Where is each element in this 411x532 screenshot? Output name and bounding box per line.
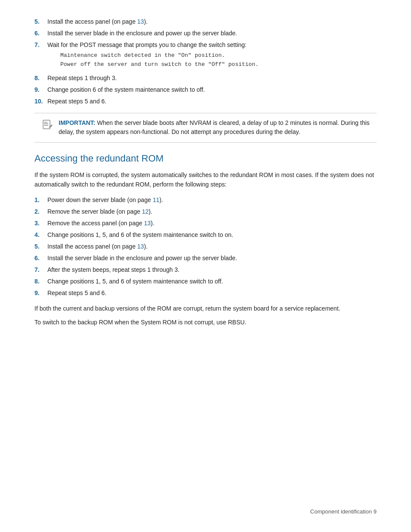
step-8: 8. Repeat steps 1 through 3.: [34, 74, 377, 83]
rom-step-9-number: 9.: [34, 289, 47, 298]
redundant-rom-intro: If the system ROM is corrupted, the syst…: [34, 170, 377, 190]
rom-step-5-link[interactable]: 13: [137, 243, 144, 250]
rom-step-4-number: 4.: [34, 230, 47, 240]
rom-step-3: 3. Remove the access panel (on page 13).: [34, 219, 377, 228]
svg-marker-4: [49, 124, 53, 128]
rom-step-5: 5. Install the access panel (on page 13)…: [34, 242, 377, 251]
rom-step-9: 9. Repeat steps 5 and 6.: [34, 289, 377, 298]
rom-step-5-content: Install the access panel (on page 13).: [47, 242, 377, 251]
rom-step-6-number: 6.: [34, 254, 47, 263]
rom-step-2-content: Remove the server blade (on page 12).: [47, 207, 377, 216]
step-5-link[interactable]: 13: [137, 18, 144, 25]
rom-step-8-number: 8.: [34, 277, 47, 286]
rom-step-1-link[interactable]: 11: [153, 196, 159, 203]
rom-step-1-number: 1.: [34, 196, 47, 205]
rom-step-2: 2. Remove the server blade (on page 12).: [34, 207, 377, 216]
redundant-rom-steps-list: 1. Power down the server blade (on page …: [34, 196, 377, 298]
rom-step-2-number: 2.: [34, 207, 47, 216]
code-block: Maintenance switch detected in the "On" …: [60, 51, 377, 69]
step-5-number: 5.: [34, 17, 47, 26]
step-10: 10. Repeat steps 5 and 6.: [34, 97, 377, 106]
step-8-number: 8.: [34, 74, 47, 83]
svg-rect-1: [44, 122, 47, 123]
step-9: 9. Change position 6 of the system maint…: [34, 85, 377, 94]
important-body: When the server blade boots after NVRAM …: [59, 119, 370, 136]
redundant-rom-heading: Accessing the redundant ROM: [34, 153, 377, 164]
rom-step-6-content: Install the server blade in the enclosur…: [47, 254, 377, 263]
rom-step-1: 1. Power down the server blade (on page …: [34, 196, 377, 205]
rom-step-4-content: Change positions 1, 5, and 6 of the syst…: [47, 230, 377, 240]
code-line-2: Power off the server and turn switch to …: [60, 61, 258, 68]
step-10-number: 10.: [34, 97, 47, 106]
rom-step-5-number: 5.: [34, 242, 47, 251]
rom-step-8: 8. Change positions 1, 5, and 6 of syste…: [34, 277, 377, 286]
step-7-text: Wait for the POST message that prompts y…: [47, 41, 246, 48]
rom-step-3-link[interactable]: 13: [144, 220, 151, 227]
rom-footer-1: If both the current and backup versions …: [34, 304, 377, 313]
step-7-number: 7.: [34, 40, 47, 71]
rom-step-8-content: Change positions 1, 5, and 6 of system m…: [47, 277, 377, 286]
code-line-1: Maintenance switch detected in the "On" …: [60, 52, 225, 59]
rom-step-6: 6. Install the server blade in the enclo…: [34, 254, 377, 263]
step-8-content: Repeat steps 1 through 3.: [47, 74, 377, 83]
rom-step-7: 7. After the system beeps, repeat steps …: [34, 265, 377, 274]
rom-step-7-number: 7.: [34, 265, 47, 274]
step-6-number: 6.: [34, 29, 47, 38]
important-text: IMPORTANT: When the server blade boots a…: [59, 118, 370, 137]
rom-step-9-content: Repeat steps 5 and 6.: [47, 289, 377, 298]
step-10-content: Repeat steps 5 and 6.: [47, 97, 377, 106]
step-7-content: Wait for the POST message that prompts y…: [47, 40, 377, 71]
rom-step-7-content: After the system beeps, repeat steps 1 t…: [47, 265, 377, 274]
important-box: IMPORTANT: When the server blade boots a…: [34, 113, 377, 143]
rom-step-3-number: 3.: [34, 219, 47, 228]
step-6: 6. Install the server blade in the enclo…: [34, 29, 377, 38]
step-6-content: Install the server blade in the enclosur…: [47, 29, 377, 38]
step-9-number: 9.: [34, 85, 47, 94]
rom-footer-2: To switch to the backup ROM when the Sys…: [34, 317, 377, 327]
step-5-content: Install the access panel (on page 13).: [47, 17, 377, 26]
step-9-content: Change position 6 of the system maintena…: [47, 85, 377, 94]
step-5: 5. Install the access panel (on page 13)…: [34, 17, 377, 26]
svg-rect-3: [44, 125, 48, 126]
important-label: IMPORTANT:: [59, 119, 95, 126]
rom-step-1-content: Power down the server blade (on page 11)…: [47, 196, 377, 205]
svg-rect-2: [44, 123, 48, 124]
rom-step-4: 4. Change positions 1, 5, and 6 of the s…: [34, 230, 377, 240]
page-footer: Component identification 9: [310, 508, 377, 515]
rom-step-2-link[interactable]: 12: [142, 208, 149, 215]
step-7: 7. Wait for the POST message that prompt…: [34, 40, 377, 71]
rom-step-3-content: Remove the access panel (on page 13).: [47, 219, 377, 228]
important-icon: [41, 119, 53, 131]
top-steps-list: 5. Install the access panel (on page 13)…: [34, 17, 377, 106]
